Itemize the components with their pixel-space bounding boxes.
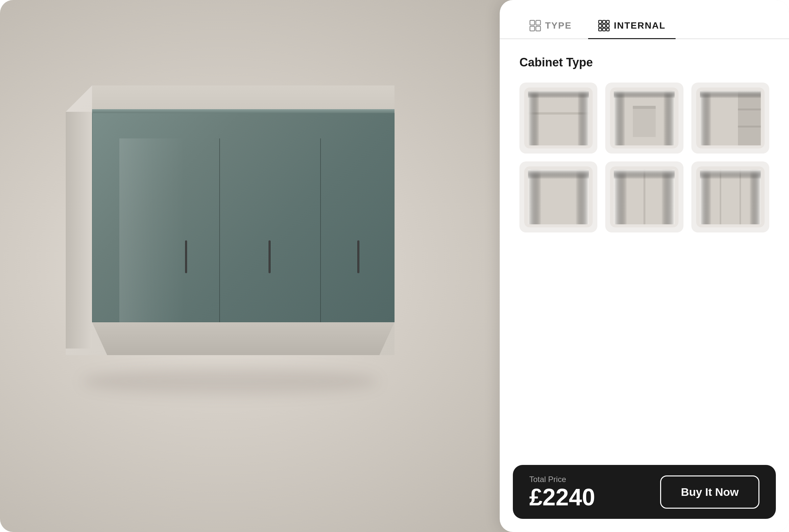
svg-rect-11 [602,28,605,31]
svg-rect-0 [530,20,535,25]
cabinet-option-4[interactable] [519,162,597,232]
buy-now-button[interactable]: Buy It Now [660,475,759,509]
svg-rect-9 [607,24,609,27]
svg-rect-5 [602,20,605,23]
price-label: Total Price [529,475,595,484]
svg-rect-4 [599,20,602,23]
svg-rect-1 [536,20,540,25]
door-handle-2 [269,240,271,273]
svg-rect-16 [528,91,539,146]
wardrobe-body [92,112,394,322]
svg-rect-22 [633,106,656,109]
door-handle-1 [185,240,187,273]
cabinet-svg-5 [606,163,682,231]
viewer-area [0,0,552,532]
svg-rect-50 [700,169,761,179]
svg-rect-2 [530,26,535,31]
door-divider-1 [219,138,220,349]
svg-rect-18 [528,91,589,98]
amount: 2240 [542,484,595,510]
door-handle-3 [357,240,359,273]
section-title: Cabinet Type [519,56,769,69]
wardrobe-top-edge [92,109,394,113]
svg-rect-24 [663,91,675,146]
svg-rect-10 [599,28,602,31]
cabinet-svg-6 [692,163,768,231]
wardrobe-shadow [82,368,378,395]
svg-rect-3 [536,26,540,31]
floor-surface [92,322,394,355]
wall-top [92,86,394,112]
cabinet-grid [519,82,769,232]
svg-rect-32 [700,91,761,98]
svg-rect-29 [738,109,761,111]
svg-rect-17 [577,91,589,146]
svg-rect-43 [614,169,675,179]
wardrobe-reflection [119,138,185,349]
wardrobe-3d [66,86,427,381]
svg-rect-31 [700,91,711,146]
cabinet-option-3[interactable] [691,82,769,154]
tab-type[interactable]: TYPE [519,13,581,39]
svg-rect-12 [607,28,609,31]
cabinet-svg-3 [692,83,768,153]
svg-rect-28 [738,91,761,146]
svg-rect-21 [633,107,656,137]
cabinet-option-1[interactable] [519,82,597,154]
svg-rect-30 [738,126,761,128]
wall-left [66,112,92,348]
cabinet-option-2[interactable] [605,82,683,154]
cabinet-svg-1 [520,83,596,153]
svg-rect-23 [614,91,625,146]
cabinet-svg-2 [606,83,682,153]
price-value: £2240 [529,485,595,509]
tabs-container: TYPE INTERNAL [500,0,789,39]
svg-rect-37 [528,169,589,179]
svg-rect-7 [599,24,602,27]
svg-rect-8 [602,24,605,27]
currency: £ [529,484,542,510]
config-panel: TYPE INTERNAL Cabinet Type [500,0,789,532]
svg-rect-6 [607,20,609,23]
price-section: Total Price £2240 [529,475,595,509]
cabinet-option-5[interactable] [605,162,683,232]
tab-internal-label: INTERNAL [614,20,666,31]
type-icon [529,20,541,32]
bottom-bar: Total Price £2240 Buy It Now [513,465,776,519]
panel-content: Cabinet Type [500,39,789,458]
cabinet-option-6[interactable] [691,162,769,232]
tab-internal[interactable]: INTERNAL [588,13,676,39]
internal-icon [598,20,610,32]
door-divider-2 [320,138,321,349]
main-container: TYPE INTERNAL Cabinet Type [0,0,789,532]
cabinet-svg-4 [520,163,596,231]
svg-rect-25 [614,91,675,98]
tab-type-label: TYPE [545,20,572,31]
